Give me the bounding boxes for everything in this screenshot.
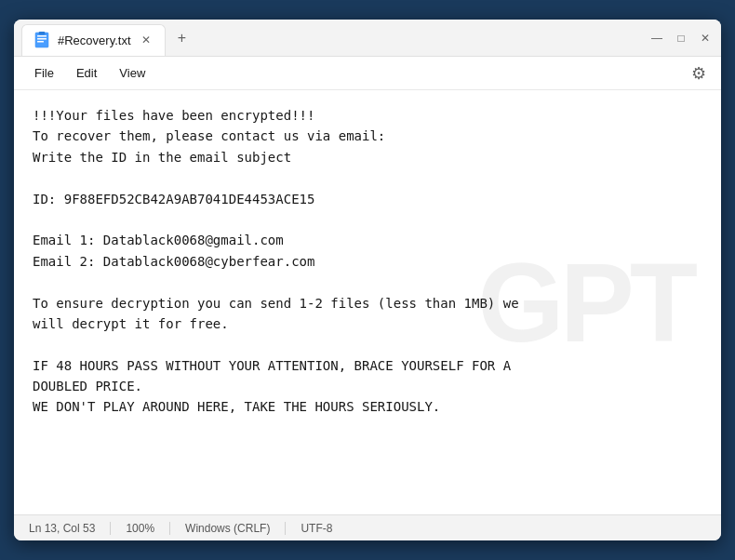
minimize-button[interactable]: —	[648, 30, 665, 47]
svg-rect-2	[37, 38, 47, 40]
menu-edit[interactable]: Edit	[67, 62, 106, 84]
menu-file[interactable]: File	[25, 62, 63, 84]
tab-title: #Recovery.txt	[58, 33, 131, 47]
zoom-level: 100%	[111, 522, 170, 535]
statusbar: Ln 13, Col 53 100% Windows (CRLF) UTF-8	[14, 514, 721, 540]
menu-view[interactable]: View	[110, 62, 154, 84]
menubar: File Edit View ⚙	[14, 57, 721, 90]
maximize-button[interactable]: □	[673, 30, 689, 47]
close-button[interactable]: ✕	[697, 30, 714, 47]
editor-text: !!!Your files have been encrypted!!! To …	[33, 105, 702, 418]
titlebar: #Recovery.txt ✕ + — □ ✕	[14, 20, 721, 57]
notepad-icon	[33, 32, 50, 48]
cursor-position: Ln 13, Col 53	[29, 522, 111, 535]
line-ending: Windows (CRLF)	[170, 522, 286, 535]
window-controls: — □ ✕	[648, 30, 714, 47]
svg-rect-0	[35, 33, 48, 47]
svg-rect-3	[37, 41, 44, 43]
active-tab[interactable]: #Recovery.txt ✕	[21, 24, 166, 56]
svg-rect-1	[37, 35, 47, 37]
tab-close-button[interactable]: ✕	[139, 33, 154, 47]
settings-icon[interactable]: ⚙	[688, 60, 710, 87]
new-tab-button[interactable]: +	[169, 25, 195, 51]
svg-rect-4	[39, 32, 45, 34]
text-editor-content[interactable]: GPT !!!Your files have been encrypted!!!…	[14, 90, 721, 514]
encoding: UTF-8	[286, 522, 347, 535]
tab-area: #Recovery.txt ✕ +	[21, 20, 648, 56]
main-window: #Recovery.txt ✕ + — □ ✕ File Edit View ⚙…	[14, 20, 721, 540]
